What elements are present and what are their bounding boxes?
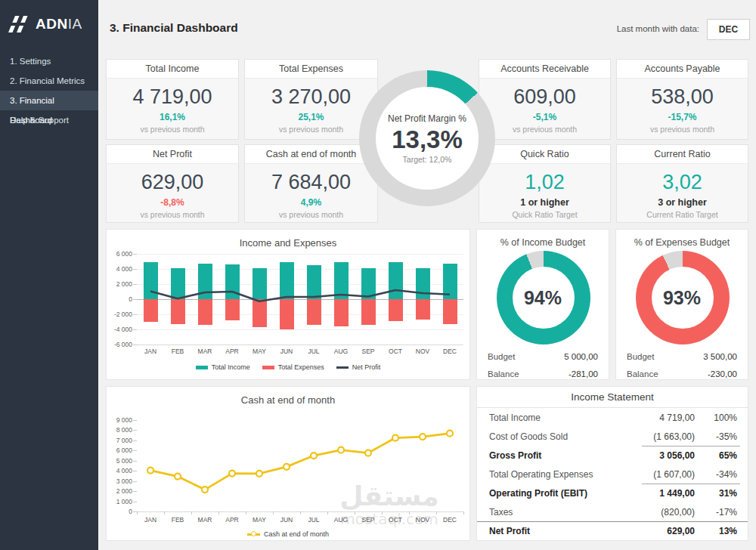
axis-tick xyxy=(133,345,137,345)
line-item-percent: -34% xyxy=(707,469,737,480)
legend-swatch xyxy=(336,366,349,369)
kpi-card-total-income: Total Income 4 719,0016,1%vs previous mo… xyxy=(106,59,239,140)
kpi-value: 3 270,00 xyxy=(245,85,377,109)
kpi-card-net-profit: Net Profit 629,00-8,8%vs previous month xyxy=(106,144,239,223)
balance-label: Balance xyxy=(627,369,658,379)
chart-title: Income and Expenses xyxy=(107,237,469,249)
y-axis-label: 0 xyxy=(107,295,132,303)
sidebar-item-financial-metrics[interactable]: 2. Financial Metrics xyxy=(0,71,98,91)
x-axis-label: APR xyxy=(218,348,246,355)
line-item-percent: 65% xyxy=(707,450,737,461)
financial-dashboard-app: { "colors": { "teal": "#16AF9F", "red": … xyxy=(0,0,756,550)
x-axis-label: FEB xyxy=(164,348,191,355)
sidebar-item-settings[interactable]: 1. Settings xyxy=(0,51,98,71)
sidebar: ADNIA 1. Settings 2. Financial Metrics 3… xyxy=(0,0,98,550)
data-point xyxy=(338,447,344,453)
x-axis-label: FEB xyxy=(164,516,191,524)
line-item-value: 629,00 xyxy=(619,526,695,536)
x-axis-label: JAN xyxy=(137,348,164,355)
x-axis-label: NOV xyxy=(409,516,436,524)
x-axis-tick xyxy=(273,511,274,514)
data-point xyxy=(147,468,153,474)
last-month-selector[interactable]: DEC xyxy=(707,19,750,40)
x-axis-label: JUL xyxy=(300,516,327,524)
sidebar-menu: 1. Settings 2. Financial Metrics 3. Fina… xyxy=(0,51,98,130)
adnia-logo-icon xyxy=(8,15,30,33)
x-axis-label: MAY xyxy=(246,348,273,355)
x-axis-tick xyxy=(164,511,165,514)
last-month-label: Last month with data: xyxy=(617,24,699,33)
subtotal-separator xyxy=(642,484,740,484)
logo: ADNIA xyxy=(0,0,98,51)
x-axis-label: JUN xyxy=(273,516,300,524)
legend-item: Net Profit xyxy=(336,363,381,371)
line-item-label: Total Income xyxy=(477,412,619,423)
legend-marker xyxy=(251,531,256,536)
x-axis-label: MAR xyxy=(191,348,218,355)
kpi-card-accounts-payable: Accounts Payable 538,00-15,7%vs previous… xyxy=(616,59,748,140)
y-axis-label: 6 000 xyxy=(107,446,132,454)
x-axis-tick xyxy=(355,511,355,514)
budget-label: Budget xyxy=(627,352,654,361)
x-axis-label: OCT xyxy=(382,516,409,524)
kpi-value: 3,02 xyxy=(617,171,748,194)
kpi-card-accounts-receivable: Accounts Receivable 609,00-5,1%vs previo… xyxy=(479,59,611,140)
cash-line xyxy=(137,420,463,511)
total-separator xyxy=(477,521,748,522)
legend-item: Total Income xyxy=(196,363,250,371)
line-item-percent: 100% xyxy=(707,412,737,423)
income-statement-row: Cost of Goods Sold(1 663,00)-35% xyxy=(477,427,748,446)
kpi-value: 629,00 xyxy=(107,171,238,194)
balance-row: Balance -281,00 xyxy=(488,369,598,379)
data-point xyxy=(284,464,290,470)
balance-label: Balance xyxy=(488,369,519,379)
y-axis-label: 9 000 xyxy=(107,416,132,424)
kpi-title: Total Income xyxy=(107,60,238,79)
data-point xyxy=(447,431,453,437)
line-item-label: Cost of Goods Sold xyxy=(477,431,619,442)
budget-row: Budget 3 500,00 xyxy=(627,352,737,361)
legend-label: Total Expenses xyxy=(278,363,324,371)
kpi-value: 4 719,00 xyxy=(107,85,238,109)
kpi-value: 609,00 xyxy=(479,85,610,109)
line-item-percent: -35% xyxy=(707,431,737,442)
net-profit-line xyxy=(137,254,463,345)
kpi-target: 1 or higher xyxy=(479,197,610,208)
x-axis-tick xyxy=(409,511,410,514)
x-axis-tick xyxy=(382,511,383,514)
x-axis-label: SEP xyxy=(355,348,382,355)
x-axis-label: JAN xyxy=(137,516,164,524)
income-statement-row: Operating Profit (EBIT)1 449,0031% xyxy=(477,484,748,502)
balance-row: Balance -230,00 xyxy=(627,369,737,379)
income-expenses-chart: Income and Expenses 6 0004 0002 0000-2 0… xyxy=(106,229,470,380)
chart-legend: Cash at end of month xyxy=(107,530,469,538)
kpi-caption: vs previous month xyxy=(617,125,748,134)
x-axis-tick xyxy=(300,511,301,514)
budget-value: 3 500,00 xyxy=(703,352,737,361)
subtotal-separator xyxy=(642,446,740,446)
sidebar-item-financial-dashboard[interactable]: 3. Financial Dashboard xyxy=(0,91,98,110)
y-axis-label: 0 xyxy=(107,508,132,515)
kpi-card-total-expenses: Total Expenses 3 270,0025,1%vs previous … xyxy=(244,59,378,140)
x-axis-label: NOV xyxy=(409,348,436,355)
kpi-caption: vs previous month xyxy=(245,125,377,134)
data-point xyxy=(229,471,235,477)
data-point xyxy=(202,487,208,493)
kpi-delta: -5,1% xyxy=(479,112,610,122)
budget-value: 5 000,00 xyxy=(564,352,598,361)
x-axis-label: APR xyxy=(218,516,246,524)
x-axis-label: MAR xyxy=(191,516,218,524)
line-item-value: (820,00) xyxy=(619,507,695,518)
x-axis-label: MAY xyxy=(246,516,273,524)
y-axis-label: -4 000 xyxy=(107,326,132,333)
kpi-delta: -15,7% xyxy=(617,112,748,122)
y-axis-label: 5 000 xyxy=(107,457,132,465)
sidebar-item-help-support[interactable]: Help & Support xyxy=(0,110,98,130)
kpi-title: Cash at end of month xyxy=(245,145,377,164)
gridline xyxy=(137,345,463,345)
line-item-value: 4 719,00 xyxy=(619,412,695,423)
x-axis-label: DEC xyxy=(436,516,463,524)
logo-text: ADNIA xyxy=(36,16,82,32)
y-axis-label: -2 000 xyxy=(107,311,132,318)
data-point xyxy=(365,450,371,456)
